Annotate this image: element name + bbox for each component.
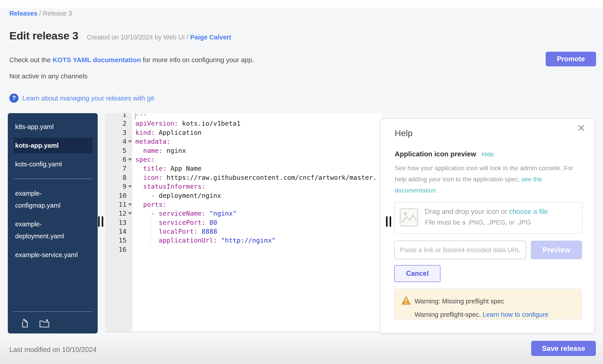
gutter-line-number: 14	[105, 227, 132, 236]
question-mark-icon: ?	[9, 94, 19, 103]
sidebar-file-item[interactable]: kots-config.yaml	[14, 156, 93, 172]
code-line[interactable]: kind: Application	[132, 128, 382, 137]
gutter-line-number: 1	[105, 113, 132, 119]
code-line[interactable]: applicationUrl: "http://nginx"	[132, 236, 382, 245]
created-info: Created on 10/10/2024 by Web UI / Paige …	[87, 34, 231, 41]
gutter-line-number: 7	[105, 164, 132, 173]
gutter-line-number: 10	[105, 191, 132, 200]
file-list-divider	[14, 179, 93, 179]
page-title: Edit release 3	[9, 29, 78, 42]
doc-hint-post: for more info on configuring your app.	[141, 56, 254, 64]
learn-configure-link[interactable]: Learn how to configure	[483, 311, 548, 318]
preview-button[interactable]: Preview	[531, 241, 582, 259]
code-line[interactable]	[132, 245, 382, 254]
kots-yaml-doc-link[interactable]: KOTS YAML documentation	[52, 56, 141, 64]
code-line[interactable]: - serviceName: "nginx"	[132, 209, 382, 218]
title-row: Edit release 3 Created on 10/10/2024 by …	[9, 29, 231, 42]
gutter-line-number: 3	[105, 128, 132, 137]
gutter-line-number: 5	[105, 146, 132, 155]
save-release-button[interactable]: Save release	[531, 341, 596, 356]
dropzone-line1: Drag and drop your icon or choose a file	[425, 208, 548, 216]
sidebar-file-item[interactable]: example-configmap.yaml	[14, 186, 93, 213]
text-cursor	[135, 113, 136, 119]
description-period: .	[436, 187, 438, 194]
gutter-line-number: 15	[105, 236, 132, 245]
hide-link[interactable]: Hide	[481, 151, 494, 158]
code-line[interactable]: ports:	[132, 200, 382, 209]
code-line[interactable]: apiVersion: kots.io/v1beta1	[132, 119, 382, 128]
sidebar-bottom-divider	[13, 311, 93, 312]
git-help-link[interactable]: Learn about managing your releases with …	[22, 94, 154, 102]
description-text: See how your application icon will look …	[395, 165, 573, 183]
image-placeholder-icon	[400, 208, 418, 228]
code-line[interactable]: statusInformers:	[132, 182, 382, 191]
choose-file-link[interactable]: choose a file	[509, 208, 548, 215]
editor-gutter: 12345678910111213141516	[105, 113, 132, 332]
icon-preview-title: Application icon preview	[395, 150, 476, 158]
sidebar-file-item[interactable]: k8s-app.yaml	[14, 119, 93, 134]
breadcrumb-current: Release 3	[43, 10, 72, 17]
doc-hint-pre: Check out the	[9, 56, 52, 64]
cancel-button[interactable]: Cancel	[394, 265, 441, 282]
new-folder-icon[interactable]	[39, 318, 50, 328]
warning-title: Warning: Missing preflight spec	[415, 298, 504, 305]
git-help-row[interactable]: ? Learn about managing your releases wit…	[9, 94, 154, 103]
gutter-line-number: 11	[105, 200, 132, 209]
file-list: k8s-app.yamlkots-app.yamlkots-config.yam…	[8, 113, 98, 263]
fold-arrow-icon[interactable]	[128, 158, 132, 161]
code-line[interactable]: servicePort: 80	[132, 218, 382, 227]
code-line[interactable]: localPort: 8888	[132, 227, 382, 236]
warning-detail-text: Warning preflight-spec.	[415, 311, 483, 318]
fold-arrow-icon[interactable]	[128, 140, 132, 143]
preflight-warning-box: Warning: Missing preflight spec Warning …	[394, 289, 582, 320]
new-file-icon[interactable]	[20, 318, 30, 328]
icon-dropzone[interactable]: Drag and drop your icon or choose a file…	[394, 202, 582, 234]
sidebar-actions	[20, 318, 50, 328]
top-strip	[0, 0, 603, 8]
breadcrumb-separator: /	[37, 10, 43, 17]
gutter-line-number: 6	[105, 155, 132, 164]
code-line[interactable]: metadata:	[132, 137, 382, 146]
channel-status: Not active in any channels	[9, 72, 87, 80]
help-panel-title: Help	[395, 128, 413, 138]
code-line[interactable]: - deployment/nginx	[132, 191, 382, 200]
file-tree-sidebar: k8s-app.yamlkots-app.yamlkots-config.yam…	[8, 113, 98, 333]
last-modified-text: Last modified on 10/10/2024	[9, 346, 97, 354]
sidebar-resize-handle[interactable]	[98, 216, 103, 227]
gutter-line-number: 2	[105, 119, 132, 128]
breadcrumb: Releases / Release 3	[9, 10, 72, 17]
gutter-line-number: 13	[105, 218, 132, 227]
icon-url-input[interactable]	[394, 241, 526, 259]
warning-triangle-icon	[401, 295, 411, 306]
editor-content[interactable]: ---apiVersion: kots.io/v1beta1kind: Appl…	[132, 113, 382, 332]
icon-preview-section-header: Application icon preview Hide	[395, 150, 494, 158]
gutter-line-number: 8	[105, 173, 132, 182]
help-panel-resize-handle[interactable]	[386, 216, 391, 227]
code-line[interactable]: spec:	[132, 155, 382, 164]
breadcrumb-releases-link[interactable]: Releases	[9, 10, 37, 17]
dropzone-text: Drag and drop your icon or	[425, 208, 509, 215]
fold-arrow-icon[interactable]	[128, 203, 132, 206]
author-link[interactable]: Paige Calvert	[190, 34, 231, 41]
code-line[interactable]: name: nginx	[132, 146, 382, 155]
gutter-line-number: 12	[105, 209, 132, 218]
sidebar-file-item[interactable]: kots-app.yaml	[14, 138, 93, 153]
yaml-editor[interactable]: 12345678910111213141516 ---apiVersion: k…	[105, 113, 382, 332]
sidebar-file-item[interactable]: example-service.yaml	[14, 247, 93, 263]
sidebar-file-item[interactable]: example-deployment.yaml	[14, 216, 93, 244]
gutter-line-number: 16	[105, 245, 132, 254]
fold-arrow-icon[interactable]	[128, 185, 132, 188]
created-text: Created on 10/10/2024 by Web UI /	[87, 34, 190, 41]
doc-hint-line: Check out the KOTS YAML documentation fo…	[9, 56, 254, 64]
dropzone-line2: File must be a .PNG, .JPEG, or .JPG	[425, 219, 531, 226]
gutter-line-number: 4	[105, 137, 132, 146]
warning-detail: Warning preflight-spec. Learn how to con…	[415, 311, 548, 318]
code-line[interactable]: title: App Name	[132, 164, 382, 173]
indent-guide	[151, 218, 151, 245]
promote-button[interactable]: Promote	[546, 52, 596, 66]
close-icon[interactable]: ✕	[577, 122, 586, 134]
code-line[interactable]: icon: https://raw.githubusercontent.com/…	[132, 173, 382, 182]
code-line[interactable]: ---	[132, 113, 382, 119]
fold-arrow-icon[interactable]	[128, 212, 132, 215]
gutter-line-number: 9	[105, 182, 132, 191]
